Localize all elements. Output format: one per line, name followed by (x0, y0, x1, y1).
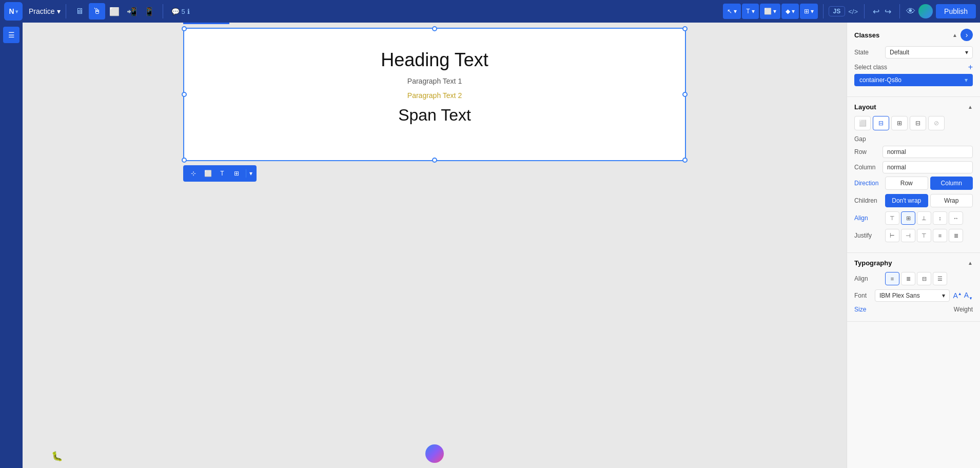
justify-end-btn[interactable]: ⊤ (917, 229, 931, 242)
weight-label: Weight (954, 306, 973, 313)
align-stretch-v-btn[interactable]: ↕ (933, 211, 947, 225)
layout-grid-btn[interactable]: ⊞ (891, 116, 908, 130)
font-size-increase-btn[interactable]: A▲ (953, 291, 962, 300)
bt-text-icon[interactable]: T (216, 167, 228, 180)
container-tool-btn[interactable]: ⬜ ▾ (760, 4, 780, 19)
selector-tool-btn[interactable]: ↖ ▾ (723, 4, 741, 19)
paragraph-text-2[interactable]: Paragraph Text 2 (407, 91, 462, 100)
resize-handle-mid-right[interactable] (682, 92, 688, 97)
class-select-dropdown[interactable]: container-Qs8o ▾ (854, 74, 973, 86)
resize-handle-bottom-mid[interactable] (432, 158, 437, 163)
align-bottom-btn[interactable]: ⊥ (917, 211, 931, 225)
size-label: Size (854, 306, 866, 313)
sidebar-layers-btn[interactable]: ☰ (3, 27, 19, 43)
typo-align-left-btn[interactable]: ≡ (885, 272, 899, 285)
comments-indicator[interactable]: 💬 5 ℹ (171, 8, 190, 15)
resize-handle-mid-left[interactable] (182, 92, 187, 97)
device-tablet-landscape-btn[interactable]: ⬜ (106, 3, 123, 20)
justify-around-btn[interactable]: ≣ (949, 229, 963, 242)
children-label: Children (854, 197, 885, 204)
device-monitor-btn[interactable]: 🖱 (89, 3, 105, 20)
nav-divider-5 (899, 4, 900, 18)
row-gap-input[interactable]: normal (883, 146, 973, 158)
heading-text[interactable]: Heading Text (381, 49, 488, 71)
add-class-btn[interactable]: + (968, 63, 973, 72)
code-view-btn[interactable]: </> (848, 8, 858, 15)
direction-column-btn[interactable]: Column (930, 177, 973, 190)
justify-label: Justify (854, 232, 885, 239)
bt-dropdown-icon[interactable]: ▾ (249, 170, 252, 177)
resize-handle-top-mid[interactable] (432, 26, 437, 31)
align-top-left-btn[interactable]: ⊤ (885, 211, 899, 225)
paint-tool-btn[interactable]: ◆ ▾ (781, 4, 799, 19)
state-select[interactable]: Default ▾ (885, 46, 973, 59)
select-class-row: Select class + container-Qs8o ▾ (854, 63, 973, 86)
column-gap-value: normal (887, 164, 906, 171)
align-top-left-icon: ⊤ (890, 215, 895, 222)
block-icon: ⬜ (859, 120, 867, 127)
status-orb[interactable] (425, 444, 444, 463)
typography-collapse-icon[interactable]: ▲ (968, 260, 973, 266)
direction-row-btn[interactable]: Row (885, 177, 928, 190)
size-weight-row: Size Weight (854, 306, 973, 313)
publish-btn[interactable]: Publish (936, 4, 976, 18)
paragraph-text-1[interactable]: Paragraph Text 1 (407, 77, 462, 85)
component-tool-btn[interactable]: ⊞ ▾ (800, 4, 818, 19)
layout-splitv-btn[interactable]: ⊟ (910, 116, 926, 130)
logo-button[interactable]: N ▾ (4, 2, 23, 21)
device-tablet-btn[interactable]: 📲 (124, 3, 140, 20)
resize-handle-top-right[interactable] (682, 26, 688, 31)
bt-component-icon[interactable]: ⊞ (230, 167, 243, 180)
user-avatar[interactable] (918, 4, 933, 18)
left-sidebar: ☰ (0, 23, 23, 468)
nav-divider-2 (163, 4, 163, 18)
column-gap-input[interactable]: normal (883, 161, 973, 173)
classes-collapse-icon[interactable]: ▲ (952, 32, 957, 38)
typo-align-justify-btn[interactable]: ☰ (933, 272, 947, 285)
bt-divider (246, 169, 246, 178)
justify-between-btn[interactable]: ≡ (933, 229, 947, 242)
device-mobile-btn[interactable]: 📱 (141, 3, 158, 20)
typo-align-center-btn[interactable]: ≣ (901, 272, 915, 285)
bt-move-icon[interactable]: ⊹ (187, 167, 200, 180)
align-label: Align (854, 215, 885, 222)
layout-flex-btn[interactable]: ⊟ (873, 116, 889, 130)
typo-align-row: Align ≡ ≣ ⊟ ☰ (854, 272, 973, 285)
gap-section-label: Gap (854, 135, 973, 143)
layout-hidden-btn[interactable]: ⊘ (928, 116, 945, 130)
typography-header: Typography ▲ (854, 259, 973, 267)
typo-align-right-btn[interactable]: ⊟ (917, 272, 931, 285)
js-toggle-btn[interactable]: JS (829, 6, 846, 16)
classes-expand-btn[interactable]: › (961, 29, 973, 41)
bug-report-icon[interactable]: 🐛 (51, 451, 63, 462)
logo-arrow: ▾ (15, 9, 18, 14)
align-stretch-h-btn[interactable]: ↔ (949, 211, 963, 225)
container-move-icon: ⊹ (221, 23, 225, 23)
text-dropdown-icon: ▾ (752, 8, 755, 15)
resize-handle-bottom-left[interactable] (182, 158, 187, 163)
redo-btn[interactable]: ↪ (883, 5, 893, 18)
resize-handle-bottom-right[interactable] (682, 158, 688, 163)
text-tool-btn[interactable]: T ▾ (742, 4, 758, 19)
preview-btn[interactable]: 👁 (906, 6, 915, 17)
container-box[interactable]: Heading Text Paragraph Text 1 Paragraph … (183, 28, 686, 161)
resize-handle-top-left[interactable] (182, 26, 187, 31)
dont-wrap-btn[interactable]: Don't wrap (885, 194, 928, 207)
justify-center-icon: ⊣ (906, 232, 911, 239)
layout-block-btn[interactable]: ⬜ (854, 116, 871, 130)
bt-container-icon[interactable]: ⬜ (202, 167, 214, 180)
justify-center-btn[interactable]: ⊣ (901, 229, 915, 242)
justify-start-btn[interactable]: ⊢ (885, 229, 899, 242)
layout-collapse-icon[interactable]: ▲ (968, 104, 973, 110)
classes-section: Classes ▲ › State Default ▾ Select class… (847, 23, 980, 97)
device-desktop-btn[interactable]: 🖥 (71, 3, 88, 20)
wrap-btn[interactable]: Wrap (930, 194, 973, 207)
align-center-h-btn[interactable]: ⊞ (901, 211, 915, 225)
font-select[interactable]: IBM Plex Sans ▾ (875, 289, 950, 302)
gap-label: Gap (854, 135, 883, 143)
container-label-badge: ✛ Container ⊹ (183, 23, 229, 24)
project-name[interactable]: Practice ▾ (29, 7, 61, 15)
span-text[interactable]: Span Text (398, 106, 471, 125)
font-size-decrease-btn[interactable]: A▼ (964, 291, 973, 301)
undo-btn[interactable]: ↩ (871, 5, 881, 18)
